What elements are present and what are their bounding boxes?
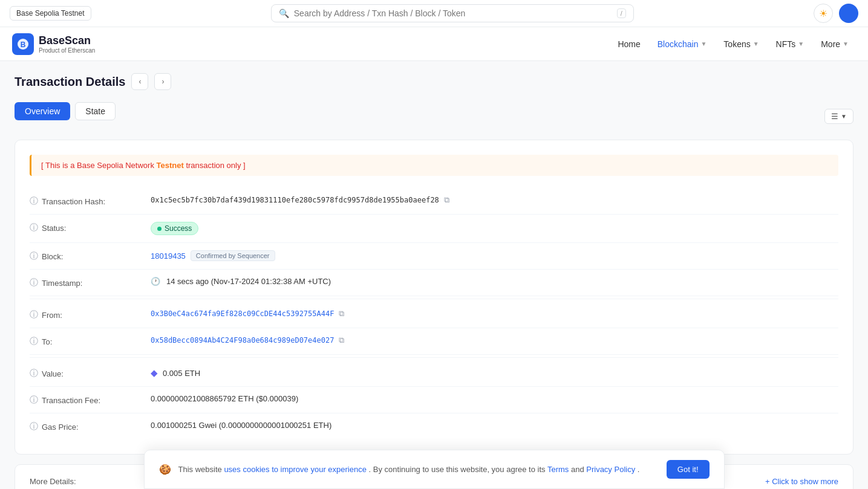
eth-icon: ◆ <box>151 368 158 378</box>
block-row: ⓘ Block: 18019435 Confirmed by Sequencer <box>30 243 838 270</box>
tab-overview[interactable]: Overview <box>15 102 70 120</box>
block-label: ⓘ Block: <box>30 250 151 262</box>
success-badge: Success <box>151 222 198 235</box>
nav-more[interactable]: More ▼ <box>814 34 856 54</box>
hash-label: ⓘ Transaction Hash: <box>30 195 151 207</box>
from-row: ⓘ From: 0x3B0eC4ac674fa9Ef828c09CcDE44c5… <box>30 302 838 328</box>
to-copy-icon[interactable]: ⧉ <box>339 335 344 345</box>
separator-1 <box>30 299 838 299</box>
from-address-link[interactable]: 0x3B0eC4ac674fa9Ef828c09CcDE44c5392755A4… <box>151 309 334 318</box>
tab-bar: Overview State <box>15 102 116 120</box>
hash-row: ⓘ Transaction Hash: 0x1c5ec5b7fc30b7daf4… <box>30 188 838 215</box>
from-label: ⓘ From: <box>30 309 151 320</box>
block-value: 18019435 Confirmed by Sequencer <box>151 250 838 261</box>
cookie-privacy-link[interactable]: Privacy Policy <box>586 465 635 474</box>
top-bar: Base Sepolia Testnet 🔍 / ☀ <box>0 0 868 27</box>
transaction-card: [ This is a Base Sepolia Network Testnet… <box>15 140 853 455</box>
next-arrow-button[interactable]: › <box>154 73 171 90</box>
slash-badge: / <box>617 8 626 18</box>
fee-info-icon[interactable]: ⓘ <box>30 395 38 406</box>
status-value: Success <box>151 222 838 235</box>
timestamp-info-icon[interactable]: ⓘ <box>30 277 38 288</box>
block-info-icon[interactable]: ⓘ <box>30 251 38 262</box>
more-chevron-icon: ▼ <box>843 40 849 47</box>
from-copy-icon[interactable]: ⧉ <box>339 309 344 319</box>
search-input[interactable] <box>294 8 612 18</box>
timestamp-label: ⓘ Timestamp: <box>30 277 151 288</box>
list-icon: ☰ <box>831 112 838 121</box>
logo-icon: B <box>12 33 34 55</box>
nav-blockchain[interactable]: Blockchain ▼ <box>650 34 714 54</box>
search-bar: 🔍 / <box>271 4 634 22</box>
status-info-icon[interactable]: ⓘ <box>30 222 38 233</box>
theme-toggle-button[interactable]: ☀ <box>814 4 833 23</box>
nav-nfts[interactable]: NFTs ▼ <box>769 34 812 54</box>
timestamp-row: ⓘ Timestamp: 🕐 14 secs ago (Nov-17-2024 … <box>30 270 838 296</box>
cookie-uses-cookies-link[interactable]: uses cookies to improve your experience <box>224 465 367 474</box>
logo-sub: Product of Etherscan <box>39 47 95 54</box>
search-icon: 🔍 <box>279 8 289 18</box>
hash-copy-icon[interactable]: ⧉ <box>444 195 449 205</box>
alert-prefix: [ This is a Base Sepolia Network <box>41 161 154 170</box>
cookie-terms-link[interactable]: Terms <box>547 465 569 474</box>
nfts-chevron-icon: ▼ <box>798 40 804 47</box>
separator-2 <box>30 357 838 358</box>
got-it-button[interactable]: Got it! <box>667 460 710 479</box>
logo-text: BaseScan Product of Etherscan <box>39 34 95 54</box>
page-title: Transaction Details <box>15 75 125 89</box>
tokens-chevron-icon: ▼ <box>753 40 759 47</box>
cookie-banner: 🍪 This website uses cookies to improve y… <box>144 450 725 489</box>
value-row: ⓘ Value: ◆ 0.005 ETH <box>30 360 838 387</box>
to-value: 0x58dBecc0894Ab4C24F98a0e684c989eD07e4e0… <box>151 335 838 345</box>
show-more-link[interactable]: + Click to show more <box>765 477 838 486</box>
alert-suffix: transaction only ] <box>186 161 245 170</box>
main-nav: B BaseScan Product of Etherscan Home Blo… <box>0 27 868 61</box>
more-details-label: More Details: <box>30 477 76 486</box>
to-address-link[interactable]: 0x58dBecc0894Ab4C24F98a0e684c989eD07e4e0… <box>151 336 334 345</box>
fee-value: 0.000000021008865792 ETH ($0.000039) <box>151 394 838 403</box>
status-label: ⓘ Status: <box>30 222 151 233</box>
fee-label: ⓘ Transaction Fee: <box>30 394 151 406</box>
testnet-alert: [ This is a Base Sepolia Network Testnet… <box>30 155 838 176</box>
gas-label: ⓘ Gas Price: <box>30 421 151 432</box>
gas-info-icon[interactable]: ⓘ <box>30 421 38 432</box>
logo-brand: BaseScan <box>39 34 95 47</box>
gas-row: ⓘ Gas Price: 0.001000251 Gwei (0.0000000… <box>30 413 838 439</box>
avatar[interactable] <box>839 4 858 23</box>
cookie-icon: 🍪 <box>159 464 171 475</box>
gas-value: 0.001000251 Gwei (0.0000000000001000251 … <box>151 421 838 430</box>
alert-network: Testnet <box>157 161 184 170</box>
from-value: 0x3B0eC4ac674fa9Ef828c09CcDE44c5392755A4… <box>151 309 838 319</box>
to-row: ⓘ To: 0x58dBecc0894Ab4C24F98a0e684c989eD… <box>30 328 838 355</box>
network-badge[interactable]: Base Sepolia Testnet <box>10 6 91 21</box>
tab-state[interactable]: State <box>75 102 116 120</box>
blockchain-chevron-icon: ▼ <box>700 40 706 47</box>
cookie-text: This website uses cookies to improve you… <box>178 464 659 476</box>
nav-home[interactable]: Home <box>610 34 647 54</box>
from-info-icon[interactable]: ⓘ <box>30 309 38 320</box>
value-amount: ◆ 0.005 ETH <box>151 368 838 378</box>
clock-icon: 🕐 <box>151 277 160 286</box>
svg-text:B: B <box>21 40 26 49</box>
value-info-icon[interactable]: ⓘ <box>30 368 38 379</box>
list-chevron-icon: ▼ <box>841 113 847 120</box>
success-dot <box>157 227 162 231</box>
prev-arrow-button[interactable]: ‹ <box>131 73 148 90</box>
hash-value: 0x1c5ec5b7fc30b7daf439d19831110efe280c59… <box>151 195 838 205</box>
top-right-controls: ☀ <box>814 4 858 23</box>
block-link[interactable]: 18019435 <box>151 251 186 261</box>
list-view-button[interactable]: ☰ ▼ <box>824 109 853 124</box>
nav-links: Home Blockchain ▼ Tokens ▼ NFTs ▼ More ▼ <box>610 34 856 54</box>
to-info-icon[interactable]: ⓘ <box>30 336 38 347</box>
value-label: ⓘ Value: <box>30 368 151 379</box>
logo: B BaseScan Product of Etherscan <box>12 33 95 55</box>
nav-tokens[interactable]: Tokens ▼ <box>716 34 766 54</box>
page-header: Transaction Details ‹ › <box>15 73 853 90</box>
timestamp-value: 🕐 14 secs ago (Nov-17-2024 01:32:38 AM +… <box>151 277 838 286</box>
status-row: ⓘ Status: Success <box>30 215 838 243</box>
to-label: ⓘ To: <box>30 335 151 347</box>
confirmed-badge: Confirmed by Sequencer <box>191 250 275 261</box>
page-content: Transaction Details ‹ › Overview State ☰… <box>0 61 868 489</box>
hash-info-icon[interactable]: ⓘ <box>30 196 38 207</box>
fee-row: ⓘ Transaction Fee: 0.000000021008865792 … <box>30 387 838 413</box>
